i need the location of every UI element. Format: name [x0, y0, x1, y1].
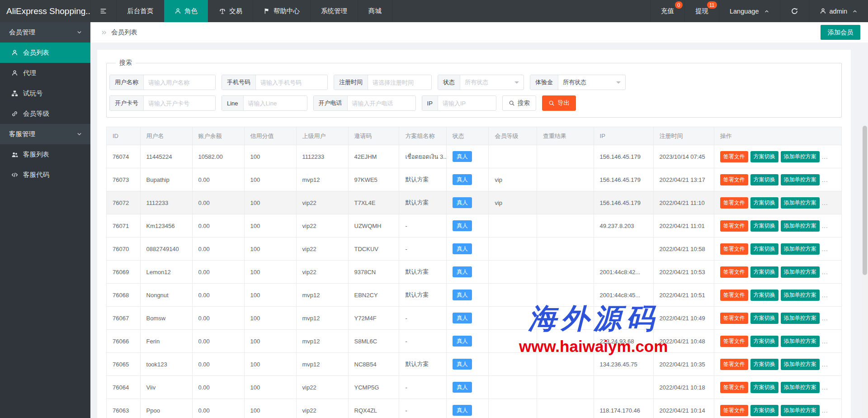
cell-invite: S8ML6C: [348, 330, 399, 353]
card-number-input[interactable]: [144, 96, 215, 110]
line-input[interactable]: [244, 96, 307, 110]
more-actions-button[interactable]: ...: [822, 222, 828, 229]
sign-file-button[interactable]: 签署文件: [720, 405, 748, 416]
add-single-plan-button[interactable]: 添加单控方案: [781, 405, 820, 416]
status-badge[interactable]: 真人: [453, 405, 472, 416]
sidebar-item-member-level[interactable]: 会员等级: [0, 104, 90, 124]
status-badge[interactable]: 真人: [453, 313, 472, 324]
plan-switch-button[interactable]: 方案切换: [750, 382, 778, 393]
refresh-icon: [791, 7, 798, 15]
plan-switch-button[interactable]: 方案切换: [750, 151, 778, 162]
more-actions-button[interactable]: ...: [822, 384, 828, 390]
scrollbar-thumb[interactable]: [863, 126, 867, 275]
add-single-plan-button[interactable]: 添加单控方案: [781, 359, 820, 370]
sign-file-button[interactable]: 签署文件: [720, 266, 748, 278]
sidebar-item-member-list[interactable]: 会员列表: [0, 43, 90, 63]
nav-item-trade[interactable]: 交易: [208, 0, 253, 22]
more-actions-button[interactable]: ...: [822, 268, 828, 275]
add-single-plan-button[interactable]: 添加单控方案: [781, 151, 820, 162]
more-actions-button[interactable]: ...: [822, 407, 828, 413]
plan-switch-button[interactable]: 方案切换: [750, 220, 778, 232]
cell-reg_time: 2022/04/21 10:48: [653, 330, 714, 353]
status-badge[interactable]: 真人: [453, 174, 472, 185]
open-phone-input[interactable]: [348, 96, 415, 110]
plan-switch-button[interactable]: 方案切换: [750, 174, 778, 185]
status-badge[interactable]: 真人: [453, 151, 472, 162]
refresh-button[interactable]: [780, 0, 809, 22]
sign-file-button[interactable]: 签署文件: [720, 151, 748, 162]
add-single-plan-button[interactable]: 添加单控方案: [781, 313, 820, 324]
admin-menu[interactable]: admin: [809, 0, 868, 22]
add-single-plan-button[interactable]: 添加单控方案: [781, 197, 820, 209]
plan-switch-button[interactable]: 方案切换: [750, 266, 778, 278]
nav-item-system[interactable]: 系统管理: [311, 0, 358, 22]
add-single-plan-button[interactable]: 添加单控方案: [781, 382, 820, 393]
vertical-scrollbar[interactable]: [862, 126, 868, 418]
more-actions-button[interactable]: ...: [822, 153, 828, 160]
add-single-plan-button[interactable]: 添加单控方案: [781, 266, 820, 278]
more-actions-button[interactable]: ...: [822, 199, 828, 206]
sidebar-item-demo-account[interactable]: 试玩号: [0, 83, 90, 104]
status-badge[interactable]: 真人: [453, 336, 472, 347]
status-badge[interactable]: 真人: [453, 266, 472, 278]
more-actions-button[interactable]: ...: [822, 314, 828, 321]
plan-switch-button[interactable]: 方案切换: [750, 197, 778, 209]
more-actions-button[interactable]: ...: [822, 361, 828, 367]
status-badge[interactable]: 真人: [453, 290, 472, 301]
sign-file-button[interactable]: 签署文件: [720, 382, 748, 393]
more-actions-button[interactable]: ...: [822, 245, 828, 252]
sign-file-button[interactable]: 签署文件: [720, 197, 748, 209]
status-select[interactable]: 所有状态: [460, 75, 524, 90]
sidebar-item-agent[interactable]: 代理: [0, 63, 90, 83]
more-actions-button[interactable]: ...: [822, 337, 828, 344]
plan-switch-button[interactable]: 方案切换: [750, 405, 778, 416]
sidebar-group-member-management[interactable]: 会员管理: [0, 22, 90, 43]
add-single-plan-button[interactable]: 添加单控方案: [781, 174, 820, 185]
sidebar-item-service-list[interactable]: 客服列表: [0, 144, 90, 165]
sign-file-button[interactable]: 签署文件: [720, 220, 748, 232]
plan-switch-button[interactable]: 方案切换: [750, 243, 778, 255]
sign-file-button[interactable]: 签署文件: [720, 313, 748, 324]
nav-item-mall[interactable]: 商城: [358, 0, 392, 22]
sign-file-button[interactable]: 签署文件: [720, 359, 748, 370]
phone-input[interactable]: [256, 75, 327, 90]
chevron-down-icon: [514, 81, 519, 86]
export-button[interactable]: 导出: [542, 95, 576, 111]
add-single-plan-button[interactable]: 添加单控方案: [781, 336, 820, 347]
sidebar-item-service-code[interactable]: 客服代码: [0, 165, 90, 185]
sign-file-button[interactable]: 签署文件: [720, 243, 748, 255]
sidebar-group-service-management[interactable]: 客服管理: [0, 124, 90, 144]
search-button[interactable]: 搜索: [502, 95, 536, 111]
nav-item-roles[interactable]: 角色: [164, 0, 208, 22]
status-badge[interactable]: 真人: [453, 382, 472, 393]
status-badge[interactable]: 真人: [453, 220, 472, 232]
withdraw-button[interactable]: 提现 11: [684, 0, 719, 22]
ip-input[interactable]: [438, 96, 496, 110]
add-single-plan-button[interactable]: 添加单控方案: [781, 243, 820, 255]
plan-switch-button[interactable]: 方案切换: [750, 359, 778, 370]
trial-select[interactable]: 所有状态: [558, 75, 625, 90]
add-single-plan-button[interactable]: 添加单控方案: [781, 290, 820, 301]
sign-file-button[interactable]: 签署文件: [720, 336, 748, 347]
plan-switch-button[interactable]: 方案切换: [750, 336, 778, 347]
add-single-plan-button[interactable]: 添加单控方案: [781, 220, 820, 232]
regtime-field-group: 注册时间: [334, 75, 432, 90]
add-member-button[interactable]: 添加会员: [821, 25, 860, 40]
cell-status: 真人: [446, 261, 489, 284]
nav-item-help-center[interactable]: 帮助中心: [253, 0, 311, 22]
regtime-input[interactable]: [368, 75, 431, 90]
sign-file-button[interactable]: 签署文件: [720, 290, 748, 301]
plan-switch-button[interactable]: 方案切换: [750, 313, 778, 324]
status-badge[interactable]: 真人: [453, 359, 472, 370]
username-input[interactable]: [144, 75, 215, 90]
status-badge[interactable]: 真人: [453, 197, 472, 209]
status-badge[interactable]: 真人: [453, 243, 472, 255]
nav-item-dashboard[interactable]: 后台首页: [117, 0, 164, 22]
language-dropdown[interactable]: Language: [719, 0, 780, 22]
sidebar-collapse-icon[interactable]: [90, 0, 117, 22]
sign-file-button[interactable]: 签署文件: [720, 174, 748, 185]
more-actions-button[interactable]: ...: [822, 176, 828, 183]
recharge-button[interactable]: 充值 0: [650, 0, 684, 22]
plan-switch-button[interactable]: 方案切换: [750, 290, 778, 301]
more-actions-button[interactable]: ...: [822, 291, 828, 298]
